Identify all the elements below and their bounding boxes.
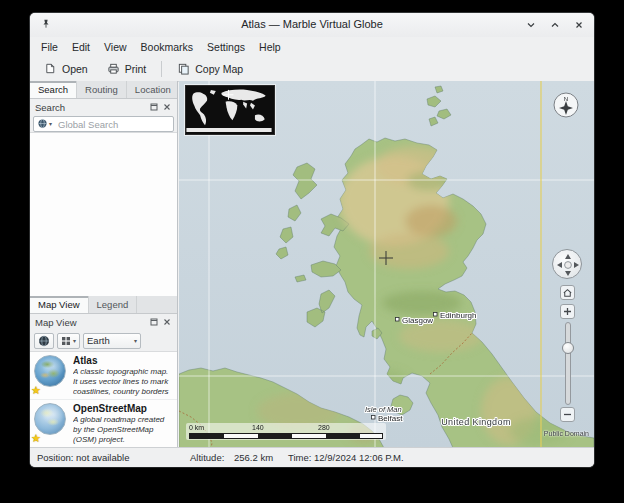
- map-render: Glasgow Edinburgh Belfast Isle of Man Un…: [179, 81, 594, 448]
- celestial-body-value: Earth: [87, 335, 110, 346]
- search-field-frame: ▾: [33, 116, 174, 132]
- list-item-openstreetmap[interactable]: ★ OpenStreetMap A global roadmap created…: [30, 400, 177, 448]
- map-theme-description: A global roadmap created by the OpenStre…: [73, 415, 173, 444]
- globe-icon: [38, 335, 50, 347]
- tab-map-view[interactable]: Map View: [30, 296, 89, 313]
- overview-world: [186, 86, 272, 132]
- print-label: Print: [125, 63, 147, 75]
- open-button[interactable]: Open: [36, 59, 96, 78]
- menu-bookmarks[interactable]: Bookmarks: [134, 40, 201, 54]
- scale-ruler: [189, 433, 383, 439]
- country-label: United Kingdom: [441, 417, 511, 427]
- copy-map-button[interactable]: Copy Map: [169, 59, 251, 78]
- celestial-body-select[interactable]: Earth ▾: [83, 333, 141, 349]
- copy-icon: [177, 62, 190, 75]
- license-label: Public Domain: [544, 430, 589, 437]
- titlebar[interactable]: Atlas — Marble Virtual Globe: [30, 13, 594, 38]
- search-input[interactable]: [34, 117, 173, 131]
- copy-map-label: Copy Map: [195, 63, 243, 75]
- scale-zero-label: 0 km: [189, 424, 204, 431]
- plus-icon: [563, 307, 572, 316]
- city-label: Belfast: [378, 414, 403, 423]
- mapview-panel-header: Map View: [30, 314, 177, 330]
- tab-search[interactable]: Search: [30, 81, 77, 98]
- grid-view-icon: [61, 336, 71, 346]
- pan-up-icon: [565, 254, 571, 259]
- map-theme-description: A classic topographic map. It uses vecto…: [73, 367, 173, 396]
- menu-help[interactable]: Help: [252, 40, 288, 54]
- zoom-in-button[interactable]: [560, 304, 575, 319]
- menu-edit[interactable]: Edit: [65, 40, 97, 54]
- zoom-out-button[interactable]: [560, 407, 575, 422]
- statusbar: Position: not available Altitude: 256.2 …: [30, 447, 594, 467]
- time-status: Time: 12/9/2024 12:06 P.M.: [288, 452, 404, 463]
- tab-legend[interactable]: Legend: [89, 296, 138, 313]
- mapview-panel-title: Map View: [35, 317, 146, 328]
- menu-file[interactable]: File: [34, 40, 65, 54]
- close-panel-icon[interactable]: [162, 102, 172, 112]
- close-icon: [574, 20, 584, 30]
- zoom-slider-handle[interactable]: [562, 342, 574, 354]
- overview-map[interactable]: [185, 85, 275, 135]
- home-button[interactable]: [560, 285, 575, 300]
- home-icon: [562, 287, 573, 298]
- close-button[interactable]: [571, 17, 586, 32]
- float-panel-icon[interactable]: [149, 317, 159, 327]
- favorite-star-icon[interactable]: ★: [31, 385, 41, 396]
- altitude-label: Altitude:: [190, 452, 224, 463]
- toolbar-separator: [161, 61, 162, 77]
- close-panel-icon[interactable]: [162, 317, 172, 327]
- menu-view[interactable]: View: [97, 40, 134, 54]
- map-theme-list: ★ Atlas A classic topographic map. It us…: [30, 352, 177, 448]
- panel-tabbar-bottom: Map View Legend: [30, 296, 177, 314]
- map-canvas[interactable]: Glasgow Edinburgh Belfast Isle of Man Un…: [179, 81, 594, 448]
- altitude-value: 256.2 km: [234, 452, 273, 463]
- list-item-atlas[interactable]: ★ Atlas A classic topographic map. It us…: [30, 352, 177, 400]
- print-icon: [107, 62, 120, 75]
- mapview-controls: ▾ Earth ▾: [30, 330, 177, 352]
- desktop: { "window": { "title": "Atlas — Marble V…: [0, 0, 624, 503]
- scale-mid-label: 140: [252, 424, 264, 431]
- chevron-down-icon: ▾: [134, 338, 137, 344]
- search-results-area[interactable]: [30, 133, 177, 297]
- island-label: Isle of Man: [365, 405, 402, 414]
- zoom-slider-track[interactable]: [565, 322, 571, 405]
- tab-routing[interactable]: Routing: [77, 81, 127, 98]
- maximize-button[interactable]: [547, 17, 562, 32]
- projection-globe-button[interactable]: [34, 333, 54, 349]
- print-button[interactable]: Print: [99, 59, 155, 78]
- menubar: File Edit View Bookmarks Settings Help: [30, 37, 594, 56]
- maximize-icon: [550, 20, 560, 30]
- osm-globe-thumbnail: [34, 403, 66, 435]
- search-row: ▾: [30, 115, 177, 133]
- sidebar: Search Routing Location Search ▾: [30, 81, 178, 448]
- compass-rose[interactable]: N: [552, 90, 580, 118]
- tab-location[interactable]: Location: [127, 81, 180, 98]
- float-panel-icon[interactable]: [149, 102, 159, 112]
- minimize-button[interactable]: [523, 17, 538, 32]
- map-thumbnail: ★: [34, 355, 67, 396]
- search-panel-title: Search: [35, 102, 146, 113]
- open-icon: [44, 62, 57, 75]
- favorite-star-icon[interactable]: ★: [31, 433, 41, 444]
- minimize-icon: [526, 20, 536, 30]
- chevron-down-icon: ▾: [73, 338, 76, 344]
- city-label: Glasgow: [402, 316, 433, 325]
- pan-control[interactable]: [552, 249, 582, 279]
- pan-left-icon: [557, 262, 562, 268]
- marble-window: Atlas — Marble Virtual Globe File Edit V…: [30, 13, 594, 467]
- map-theme-name: Atlas: [73, 355, 173, 366]
- window-title: Atlas — Marble Virtual Globe: [30, 18, 594, 30]
- minus-icon: [563, 410, 572, 419]
- compass-n-label: N: [564, 96, 568, 102]
- toolbar: Open Print Copy Map: [30, 56, 594, 82]
- panel-tabbar-top: Search Routing Location: [30, 81, 177, 99]
- view-mode-button[interactable]: ▾: [57, 333, 80, 349]
- map-thumbnail: ★: [34, 403, 67, 444]
- menu-settings[interactable]: Settings: [200, 40, 252, 54]
- pan-down-icon: [565, 271, 571, 276]
- atlas-globe-thumbnail: [34, 355, 66, 387]
- search-panel-header: Search: [30, 99, 177, 115]
- scale-bar: 0 km 140 280: [186, 423, 386, 440]
- position-status: Position: not available: [37, 452, 129, 463]
